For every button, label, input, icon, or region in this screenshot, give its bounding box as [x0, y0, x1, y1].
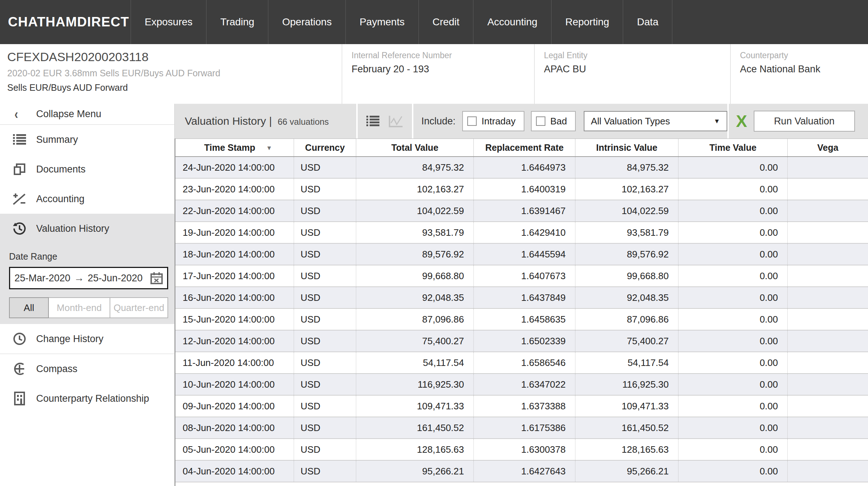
field-legal-entity: Legal Entity APAC BU [534, 44, 730, 104]
cell-time-stamp: 17-Jun-2020 14:00:00 [175, 265, 294, 286]
nav-item-operations[interactable]: Operations [268, 0, 345, 44]
valuation-table: Time Stamp ▼ Currency Total Value Replac… [175, 138, 868, 486]
nav-item-data[interactable]: Data [623, 0, 672, 44]
checkbox-label: Bad [550, 116, 567, 127]
sidebar-item-label: Change History [36, 333, 103, 345]
list-view-icon[interactable] [366, 115, 379, 127]
cell-replacement-rate: 1.6429410 [474, 222, 575, 243]
calendar-icon[interactable] [150, 272, 163, 284]
cell-time-value: 0.00 [678, 287, 788, 308]
excel-export-icon[interactable]: X [736, 113, 747, 129]
table-row[interactable]: 19-Jun-2020 14:00:00USD93,581.791.642941… [175, 222, 868, 244]
table-row[interactable]: 08-Jun-2020 14:00:00USD161,450.521.61753… [175, 417, 868, 439]
chart-view-icon[interactable] [389, 115, 403, 127]
trade-type: Sells EUR/Buys AUD Forward [7, 82, 342, 93]
cell-time-value: 0.00 [678, 179, 788, 200]
valuation-type-dropdown[interactable]: All Valuation Types ▼ [584, 111, 727, 131]
nav-item-trading[interactable]: Trading [206, 0, 268, 44]
cell-vega [788, 331, 868, 351]
nav-item-credit[interactable]: Credit [418, 0, 473, 44]
column-header-total-value[interactable]: Total Value [356, 139, 474, 156]
cell-total-value: 54,117.54 [356, 352, 474, 373]
field-label: Counterparty [740, 51, 868, 60]
preset-month-end-button[interactable]: Month-end [49, 297, 110, 318]
chevron-left-icon: ‹ [14, 106, 18, 122]
table-row[interactable]: 16-Jun-2020 14:00:00USD92,048.351.643784… [175, 287, 868, 309]
cell-time-value: 0.00 [678, 200, 788, 221]
cell-replacement-rate: 1.6347022 [474, 374, 575, 395]
sidebar-item-compass[interactable]: Compass [0, 354, 174, 384]
cell-replacement-rate: 1.6391467 [474, 200, 575, 221]
sort-desc-icon[interactable]: ▼ [266, 145, 272, 152]
table-row[interactable]: 11-Jun-2020 14:00:00USD54,117.541.658654… [175, 352, 868, 374]
sidebar-item-label: Summary [36, 134, 78, 145]
cell-time-value: 0.00 [678, 331, 788, 351]
cell-currency: USD [294, 439, 356, 460]
clock-icon [12, 332, 27, 346]
sidebar-item-accounting[interactable]: Accounting [0, 184, 174, 214]
cell-currency: USD [294, 352, 356, 373]
cell-vega [788, 417, 868, 438]
list-icon [12, 132, 27, 147]
toolbar-title-section: Valuation History | 66 valuations [175, 104, 356, 138]
nav-item-payments[interactable]: Payments [345, 0, 418, 44]
preset-all-button[interactable]: All [9, 297, 49, 318]
nav-item-reporting[interactable]: Reporting [551, 0, 623, 44]
table-row[interactable]: 04-Jun-2020 14:00:00USD95,266.211.642764… [175, 461, 868, 482]
table-row[interactable]: 12-Jun-2020 14:00:00USD75,400.271.650233… [175, 331, 868, 352]
valuation-toolbar: Valuation History | 66 valuations [175, 104, 868, 138]
table-row[interactable]: 18-Jun-2020 14:00:00USD89,576.921.644559… [175, 244, 868, 265]
column-header-intrinsic-value[interactable]: Intrinsic Value [575, 139, 678, 156]
sidebar-item-summary[interactable]: Summary [0, 125, 174, 154]
field-label: Legal Entity [544, 51, 730, 60]
cell-currency: USD [294, 417, 356, 438]
table-row[interactable]: 09-Jun-2020 14:00:00USD109,471.331.63733… [175, 396, 868, 417]
cell-intrinsic-value: 54,117.54 [575, 352, 678, 373]
cell-total-value: 109,471.33 [356, 396, 474, 417]
nav-item-accounting[interactable]: Accounting [473, 0, 551, 44]
sidebar-item-documents[interactable]: Documents [0, 154, 174, 184]
nav-item-exposures[interactable]: Exposures [131, 0, 206, 44]
cell-replacement-rate: 1.6373388 [474, 396, 575, 417]
bad-checkbox[interactable]: Bad [531, 111, 576, 131]
cell-total-value: 116,925.30 [356, 374, 474, 395]
sidebar-item-label: Documents [36, 164, 86, 175]
date-range-input[interactable]: 25-Mar-2020 → 25-Jun-2020 [9, 267, 168, 289]
cell-replacement-rate: 1.6445594 [474, 244, 575, 265]
cell-time-stamp: 11-Jun-2020 14:00:00 [175, 352, 294, 373]
date-range-label: Date Range [9, 251, 174, 262]
column-header-time-stamp[interactable]: Time Stamp ▼ [175, 139, 294, 156]
collapse-menu-button[interactable]: ‹ Collapse Menu [0, 104, 174, 125]
column-header-time-value[interactable]: Time Value [678, 139, 788, 156]
sidebar-item-counterparty-relationship[interactable]: Counterparty Relationship [0, 384, 174, 413]
table-row[interactable]: 24-Jun-2020 14:00:00USD84,975.321.646497… [175, 157, 868, 179]
column-header-currency[interactable]: Currency [294, 139, 356, 156]
run-valuation-button[interactable]: Run Valuation [754, 111, 855, 132]
cell-intrinsic-value: 87,096.86 [575, 309, 678, 330]
cell-time-value: 0.00 [678, 222, 788, 243]
cell-vega [788, 157, 868, 178]
cell-vega [788, 352, 868, 373]
collapse-menu-label: Collapse Menu [36, 108, 101, 120]
table-row[interactable]: 17-Jun-2020 14:00:00USD99,668.801.640767… [175, 265, 868, 287]
sidebar-item-valuation-history[interactable]: Valuation History [0, 214, 174, 243]
intraday-checkbox[interactable]: Intraday [462, 111, 524, 131]
preset-quarter-end-button[interactable]: Quarter-end [110, 297, 168, 318]
cell-total-value: 161,450.52 [356, 417, 474, 438]
cell-intrinsic-value: 102,163.27 [575, 179, 678, 200]
checkbox-icon [536, 116, 545, 126]
table-row[interactable]: 15-Jun-2020 14:00:00USD87,096.861.645863… [175, 309, 868, 331]
cell-replacement-rate: 1.6427643 [474, 461, 575, 482]
brand-logo[interactable]: CHATHAMDIRECT [0, 0, 131, 44]
table-row[interactable]: 05-Jun-2020 14:00:00USD128,165.631.63003… [175, 439, 868, 461]
table-row[interactable]: 23-Jun-2020 14:00:00USD102,163.271.64003… [175, 179, 868, 200]
cell-total-value: 104,022.59 [356, 200, 474, 221]
cell-intrinsic-value: 128,165.63 [575, 439, 678, 460]
table-row[interactable]: 10-Jun-2020 14:00:00USD116,925.301.63470… [175, 374, 868, 396]
cell-vega [788, 396, 868, 417]
column-label: Time Stamp [204, 142, 255, 153]
column-header-vega[interactable]: Vega [788, 139, 868, 156]
table-row[interactable]: 22-Jun-2020 14:00:00USD104,022.591.63914… [175, 200, 868, 222]
column-header-replacement-rate[interactable]: Replacement Rate [474, 139, 575, 156]
sidebar-item-change-history[interactable]: Change History [0, 324, 174, 354]
